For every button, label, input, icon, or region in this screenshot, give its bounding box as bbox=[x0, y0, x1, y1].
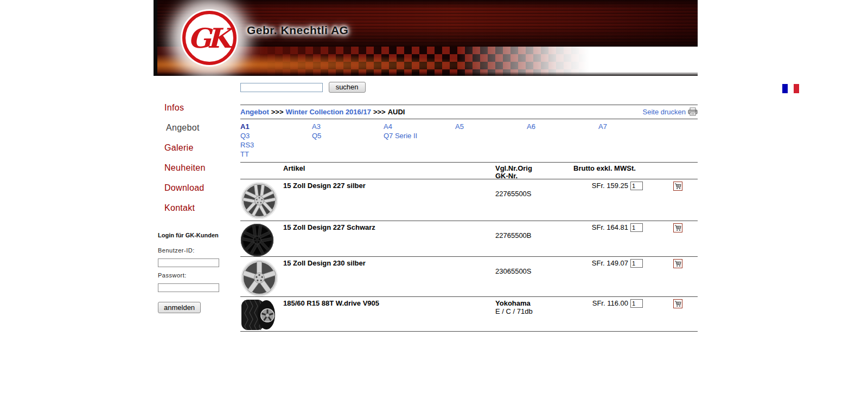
product-image-wheel-silver-227[interactable] bbox=[240, 182, 278, 219]
product-price: SFr. 159.25 bbox=[573, 182, 628, 190]
search-button[interactable]: suchen bbox=[329, 82, 366, 93]
quantity-input[interactable] bbox=[630, 299, 643, 308]
model-link-rs3[interactable]: RS3 bbox=[240, 141, 254, 149]
cart-icon bbox=[674, 183, 681, 190]
product-orig-ref bbox=[495, 259, 573, 267]
cart-icon bbox=[674, 224, 681, 231]
product-orig-ref bbox=[495, 223, 573, 231]
product-title[interactable]: 185/60 R15 88T W.drive V905 bbox=[283, 299, 495, 307]
model-link-a3[interactable]: A3 bbox=[312, 122, 321, 131]
login-button[interactable]: anmelden bbox=[158, 302, 201, 313]
product-title[interactable]: 15 Zoll Design 227 Schwarz bbox=[283, 223, 495, 231]
product-image-wheel-black-227[interactable] bbox=[240, 223, 274, 257]
model-row: Q3 Q5 Q7 Serie II bbox=[240, 131, 698, 140]
table-row: 15 Zoll Design 227 silber 22765500S SFr.… bbox=[240, 179, 698, 221]
breadcrumb-link-collection[interactable]: Winter Collection 2016/17 bbox=[286, 108, 371, 116]
table-row: 185/60 R15 88T W.drive V905 Yokohama E /… bbox=[240, 296, 698, 332]
model-link-a4[interactable]: A4 bbox=[384, 122, 392, 131]
breadcrumb-separator: >>> bbox=[371, 108, 388, 116]
product-gk-number: 23065500S bbox=[495, 267, 573, 275]
product-table: Artikel Vgl.Nr.Orig GK-Nr. Brutto exkl. … bbox=[240, 162, 698, 332]
breadcrumb: Angebot>>>Winter Collection 2016/17>>>AU… bbox=[240, 108, 405, 116]
product-price: SFr. 149.07 bbox=[573, 259, 628, 267]
model-link-q5[interactable]: Q5 bbox=[312, 132, 321, 140]
main-navigation: Infos Angebot Galerie Neuheiten Download… bbox=[154, 76, 240, 213]
sidebar-item-neuheiten[interactable]: Neuheiten bbox=[164, 163, 240, 173]
login-panel: Login für GK-Kunden Benutzer-ID: Passwor… bbox=[158, 232, 237, 313]
print-page-link[interactable]: Seite drucken bbox=[643, 107, 698, 116]
banner-left-edge bbox=[154, 0, 157, 76]
breadcrumb-link-angebot[interactable]: Angebot bbox=[240, 108, 269, 116]
sidebar-item-angebot[interactable]: Angebot bbox=[164, 123, 240, 133]
model-link-a7[interactable]: A7 bbox=[598, 122, 607, 131]
sidebar: Infos Angebot Galerie Neuheiten Download… bbox=[154, 76, 240, 223]
user-id-field[interactable] bbox=[158, 258, 219, 267]
model-row: RS3 bbox=[240, 140, 698, 150]
column-header-price: Brutto exkl. MWSt. bbox=[573, 163, 698, 179]
model-row: A1 A3 A4 A5 A6 A7 bbox=[240, 122, 698, 131]
product-image-winter-tire[interactable] bbox=[240, 299, 278, 330]
flag-white-band bbox=[788, 84, 793, 93]
sidebar-item-download[interactable]: Download bbox=[164, 183, 240, 193]
column-header-gknr: GK-Nr. bbox=[495, 172, 573, 180]
sidebar-item-kontakt[interactable]: Kontakt bbox=[164, 203, 240, 213]
search-bar: suchen bbox=[240, 82, 698, 94]
sidebar-item-galerie[interactable]: Galerie bbox=[164, 143, 240, 153]
sidebar-item-infos[interactable]: Infos bbox=[164, 103, 240, 113]
page: GK Gebr. Knechtli AG Infos Angebot Galer… bbox=[154, 0, 698, 414]
product-gk-number: 22765500S bbox=[495, 190, 573, 198]
quantity-input[interactable] bbox=[630, 259, 643, 268]
product-gk-number: 22765500B bbox=[495, 231, 573, 240]
table-row: 15 Zoll Design 227 Schwarz 22765500B SFr… bbox=[240, 221, 698, 256]
printer-icon bbox=[688, 107, 698, 116]
quantity-input[interactable] bbox=[630, 223, 643, 232]
product-orig-ref: Yokohama bbox=[495, 299, 573, 307]
add-to-cart-button[interactable] bbox=[673, 259, 682, 268]
column-header-vglnr: Vgl.Nr.Orig bbox=[495, 165, 573, 172]
table-row: 15 Zoll Design 230 silber 23065500S SFr.… bbox=[240, 256, 698, 296]
print-page-label: Seite drucken bbox=[643, 108, 686, 116]
breadcrumb-separator: >>> bbox=[269, 108, 286, 116]
cart-icon bbox=[674, 260, 681, 267]
product-title[interactable]: 15 Zoll Design 227 silber bbox=[283, 182, 495, 190]
model-links-grid: A1 A3 A4 A5 A6 A7 Q3 Q5 Q7 Serie II RS3 … bbox=[240, 119, 698, 162]
user-id-label: Benutzer-ID: bbox=[158, 247, 237, 254]
add-to-cart-button[interactable] bbox=[673, 299, 682, 308]
model-link-a6[interactable]: A6 bbox=[527, 122, 535, 131]
table-header-row: Artikel Vgl.Nr.Orig GK-Nr. Brutto exkl. … bbox=[240, 163, 698, 179]
model-link-a1[interactable]: A1 bbox=[240, 122, 250, 131]
header-banner: GK Gebr. Knechtli AG bbox=[154, 0, 698, 76]
password-field[interactable] bbox=[158, 283, 219, 292]
search-input[interactable] bbox=[240, 83, 323, 92]
login-title: Login für GK-Kunden bbox=[158, 232, 237, 238]
banner-checkered-flag-strip bbox=[154, 47, 698, 76]
column-header-artikel: Artikel bbox=[283, 163, 495, 179]
quantity-input[interactable] bbox=[630, 182, 643, 190]
add-to-cart-button[interactable] bbox=[673, 182, 682, 191]
flag-red-band bbox=[794, 84, 799, 93]
main-content: suchen Angebot>>>Winter Collection 2016/… bbox=[240, 76, 698, 332]
french-flag-language-switch[interactable] bbox=[782, 84, 799, 93]
product-price: SFr. 116.00 bbox=[573, 299, 628, 307]
product-title[interactable]: 15 Zoll Design 230 silber bbox=[283, 259, 495, 267]
add-to-cart-button[interactable] bbox=[673, 223, 682, 232]
company-name: Gebr. Knechtli AG bbox=[247, 24, 348, 37]
product-price: SFr. 164.81 bbox=[573, 223, 628, 231]
model-row: TT bbox=[240, 150, 698, 159]
gk-logo-circle: GK bbox=[182, 11, 237, 65]
product-image-wheel-silver-230[interactable] bbox=[240, 259, 278, 297]
model-link-a5[interactable]: A5 bbox=[455, 122, 464, 131]
password-label: Passwort: bbox=[158, 272, 237, 279]
model-link-q3[interactable]: Q3 bbox=[240, 132, 250, 140]
breadcrumb-current: AUDI bbox=[388, 108, 405, 116]
model-link-q7[interactable]: Q7 Serie II bbox=[384, 132, 417, 140]
breadcrumb-bar: Angebot>>>Winter Collection 2016/17>>>AU… bbox=[240, 105, 698, 119]
flag-blue-band bbox=[782, 84, 788, 93]
product-eu-label: E / C / 71db bbox=[495, 307, 573, 315]
cart-icon bbox=[674, 300, 681, 307]
gk-logo-monogram: GK bbox=[188, 22, 231, 54]
product-orig-ref bbox=[495, 182, 573, 190]
model-link-tt[interactable]: TT bbox=[240, 150, 249, 158]
company-logo[interactable]: GK bbox=[181, 9, 238, 67]
